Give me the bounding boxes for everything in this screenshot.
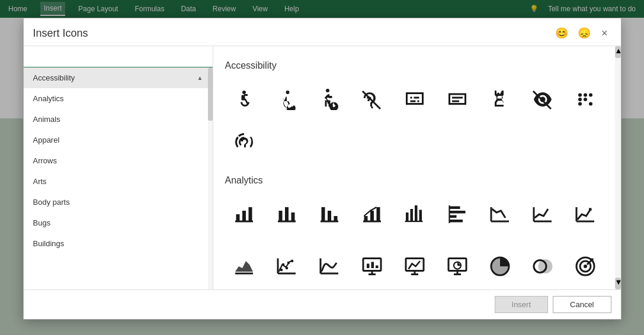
category-accessibility[interactable]: Accessibility ▲ xyxy=(24,67,213,88)
svg-point-3 xyxy=(578,98,582,101)
svg-rect-15 xyxy=(321,207,325,221)
category-buildings[interactable]: Buildings xyxy=(24,233,213,254)
search-area xyxy=(24,46,213,67)
svg-rect-23 xyxy=(406,212,409,221)
icon-accessible-forward[interactable] xyxy=(310,80,348,118)
icon-pie-chart[interactable] xyxy=(481,247,519,285)
svg-point-64 xyxy=(539,260,552,273)
sign-language-svg xyxy=(489,89,511,110)
braille-svg xyxy=(575,89,596,110)
icon-bar-chart-down[interactable] xyxy=(310,195,348,233)
svg-rect-30 xyxy=(449,215,456,218)
icon-bar-chart-up[interactable] xyxy=(353,195,391,233)
icon-area-chart-down[interactable] xyxy=(225,247,263,285)
category-analytics[interactable]: Analytics xyxy=(24,88,213,109)
bar-chart-detail-svg xyxy=(404,204,425,225)
line-chart-trend-svg xyxy=(575,204,596,225)
category-animals[interactable]: Animals xyxy=(24,109,213,130)
analytics-icons-grid-2 xyxy=(225,247,609,285)
analytics-icons-grid-1 xyxy=(225,195,609,233)
dialog-header-icons: 😊 😞 × xyxy=(553,25,611,41)
svg-point-5 xyxy=(578,102,582,106)
category-apparel[interactable]: Apparel xyxy=(24,130,213,150)
target-svg xyxy=(575,256,596,277)
wheelchair-active-svg xyxy=(276,89,297,110)
presentation-chart-svg xyxy=(361,256,383,277)
icon-hearing-aid[interactable] xyxy=(225,123,263,161)
icon-caption-alt[interactable] xyxy=(438,80,476,118)
category-list: Accessibility ▲ Analytics Animals Appare… xyxy=(24,67,213,289)
icon-line-chart-up[interactable] xyxy=(524,195,562,233)
category-body-parts-label: Body parts xyxy=(33,198,70,207)
icon-bar-chart-side[interactable] xyxy=(438,195,476,233)
search-input[interactable] xyxy=(31,51,206,62)
line-chart-up-svg xyxy=(532,204,553,225)
icon-scatter-chart[interactable] xyxy=(268,247,306,285)
sad-feedback-button[interactable]: 😞 xyxy=(575,25,593,41)
svg-rect-29 xyxy=(449,211,465,214)
bar-chart-2-svg xyxy=(276,204,297,225)
icon-line-chart-trend[interactable] xyxy=(566,195,604,233)
area-chart-down-svg xyxy=(233,256,255,277)
sidebar: Accessibility ▲ Analytics Animals Appare… xyxy=(24,46,213,289)
scatter-chart-svg xyxy=(276,256,297,277)
content-scrollbar[interactable]: ▲ ▼ xyxy=(615,46,621,289)
icon-bar-chart-2[interactable] xyxy=(268,195,306,233)
caption-svg xyxy=(404,89,425,110)
icon-presentation-chart-2[interactable] xyxy=(396,247,434,285)
icon-line-chart-down[interactable] xyxy=(481,195,519,233)
dialog-body: Accessibility ▲ Analytics Animals Appare… xyxy=(24,46,621,289)
icon-wheelchair[interactable] xyxy=(225,80,263,118)
svg-rect-13 xyxy=(291,212,294,221)
icon-hearing-impaired[interactable] xyxy=(353,80,391,118)
icon-sign-language[interactable] xyxy=(481,80,519,118)
accessibility-section: Accessibility xyxy=(225,60,609,161)
svg-rect-24 xyxy=(410,209,413,221)
category-apparel-label: Apparel xyxy=(33,136,60,144)
bar-chart-down-svg xyxy=(319,204,340,225)
content-area[interactable]: Accessibility xyxy=(213,46,621,289)
accessibility-section-title: Accessibility xyxy=(225,60,609,71)
accessibility-icons-grid xyxy=(225,80,609,161)
category-bugs[interactable]: Bugs xyxy=(24,212,213,233)
hearing-aid-svg xyxy=(233,131,255,153)
category-body-parts[interactable]: Body parts xyxy=(24,192,213,212)
category-arts[interactable]: Arts xyxy=(24,171,213,192)
category-arrows[interactable]: Arrows xyxy=(24,150,213,171)
happy-feedback-button[interactable]: 😊 xyxy=(553,25,571,41)
svg-rect-50 xyxy=(367,264,370,269)
icon-target[interactable] xyxy=(566,247,604,285)
modal-overlay: Insert Icons 😊 😞 × Accessibility ▲ xyxy=(0,0,644,335)
category-arts-label: Arts xyxy=(33,177,47,186)
icon-curve-chart[interactable] xyxy=(310,247,348,285)
presentation-chart-2-svg xyxy=(404,256,425,277)
sidebar-scrollbar-thumb xyxy=(208,67,213,121)
low-vision-svg xyxy=(532,89,553,110)
dialog-header: Insert Icons 😊 😞 × xyxy=(24,18,621,46)
insert-button[interactable]: Insert xyxy=(495,296,549,313)
icon-venn-diagram[interactable] xyxy=(524,247,562,285)
svg-rect-25 xyxy=(415,205,418,221)
svg-point-4 xyxy=(584,98,587,101)
icon-presentation-chart[interactable] xyxy=(353,247,391,285)
svg-rect-26 xyxy=(419,210,422,222)
icon-low-vision[interactable] xyxy=(524,80,562,118)
sidebar-scrollbar[interactable] xyxy=(208,67,213,289)
content-scrollbar-down: ▼ xyxy=(615,278,621,289)
category-accessibility-label: Accessibility xyxy=(33,73,75,82)
svg-rect-51 xyxy=(371,262,374,269)
close-button[interactable]: × xyxy=(598,26,611,41)
icon-caption[interactable] xyxy=(396,80,434,118)
svg-rect-9 xyxy=(248,207,252,221)
icon-wheelchair-active[interactable] xyxy=(268,80,306,118)
icon-bar-chart[interactable] xyxy=(225,195,263,233)
icon-braille[interactable] xyxy=(566,80,604,118)
analytics-section-title: Analytics xyxy=(225,175,609,186)
hearing-impaired-svg xyxy=(361,89,383,110)
category-buildings-label: Buildings xyxy=(33,239,65,248)
dialog-title: Insert Icons xyxy=(33,27,88,40)
icon-presentation-chart-3[interactable] xyxy=(438,247,476,285)
cancel-button[interactable]: Cancel xyxy=(553,296,611,313)
icon-bar-chart-detail[interactable] xyxy=(396,195,434,233)
pie-chart-svg xyxy=(489,256,511,277)
